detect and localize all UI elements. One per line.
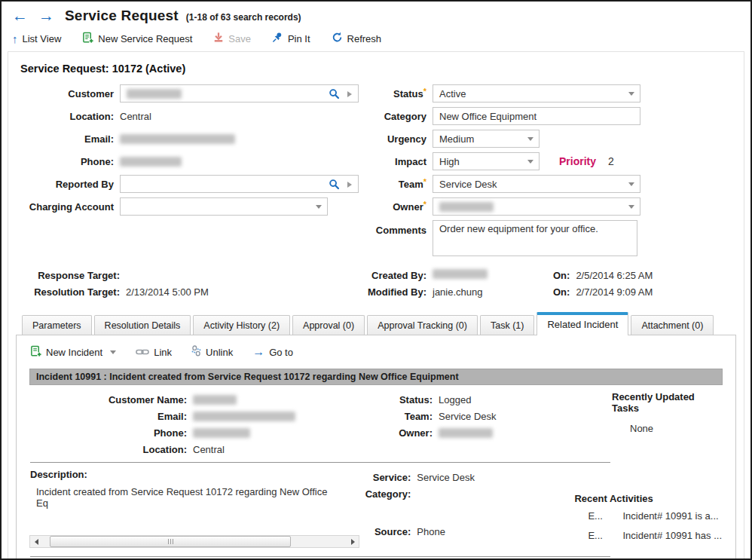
expand-arrow-icon[interactable] <box>347 91 352 97</box>
comments-value: Order new equipment for your office. <box>439 223 598 234</box>
new-service-request-button[interactable]: New Service Request <box>82 32 192 46</box>
priority-display: Priority 2 <box>559 155 614 167</box>
recently-updated-tasks: Recently Updated Tasks None <box>603 391 722 457</box>
save-button[interactable]: Save <box>213 32 251 45</box>
incident-customer-name-label: Customer Name: <box>30 394 187 405</box>
owner-label: Owner* <box>359 201 426 213</box>
service-column: Service: Service Desk Category: Source: … <box>340 469 565 543</box>
tab-parameters[interactable]: Parameters <box>22 315 92 335</box>
list-view-button[interactable]: ↑ List View <box>12 32 61 45</box>
priority-label: Priority <box>559 155 596 167</box>
impact-select[interactable]: High <box>433 152 540 170</box>
customer-value-redacted <box>127 89 182 99</box>
resolution-target-label: Resolution Target: <box>16 286 120 298</box>
chevron-down-icon <box>527 137 533 141</box>
category-input[interactable]: New Office Equipment <box>433 107 640 125</box>
email-label: Email: <box>16 133 114 145</box>
chevron-down-icon <box>628 205 634 209</box>
incident-location-value: Central <box>193 444 225 455</box>
search-icon[interactable] <box>329 179 340 192</box>
list-view-label: List View <box>23 33 62 44</box>
scrollbar-track[interactable] <box>42 536 347 547</box>
tab-related-incident[interactable]: Related Incident <box>536 312 628 335</box>
tab-bar: Parameters Resolution Details Activity H… <box>22 312 736 335</box>
activity-row[interactable]: E... Incident# 10991 has ... <box>574 530 722 543</box>
bottom-divider <box>30 556 610 557</box>
reported-by-input[interactable] <box>120 175 359 193</box>
comments-textarea[interactable]: Order new equipment for your office. <box>433 220 637 256</box>
pin-it-label: Pin It <box>288 33 310 44</box>
search-icon[interactable] <box>329 88 340 102</box>
category-label: Category <box>359 111 426 122</box>
tab-task[interactable]: Task (1) <box>480 315 534 335</box>
owner-select[interactable] <box>433 197 640 216</box>
incident-owner-label: Owner: <box>362 427 433 439</box>
chevron-down-icon <box>110 350 116 354</box>
related-incident-toolbar: New Incident Link <box>30 342 735 362</box>
incident-header-bar[interactable]: Incident 10991 : Incident created from S… <box>29 369 723 385</box>
incident-status-value: Logged <box>439 394 471 405</box>
team-select[interactable]: Service Desk <box>433 175 640 193</box>
phone-value-redacted <box>120 157 182 167</box>
incident-customer-name-redacted <box>193 395 237 405</box>
related-incident-panel: New Incident Link <box>16 335 736 558</box>
charging-account-select[interactable] <box>120 197 328 216</box>
incident-details: Customer Name: Email: Phone: Location: C… <box>30 391 722 457</box>
pin-it-button[interactable]: Pin It <box>272 32 310 45</box>
status-select[interactable]: Active <box>433 84 640 103</box>
email-value-redacted <box>120 134 235 144</box>
link-button[interactable]: Link <box>136 347 172 358</box>
tab-resolution-details[interactable]: Resolution Details <box>94 315 191 335</box>
unlink-button[interactable]: Unlink <box>191 345 233 359</box>
targets-left: Response Target: Resolution Target: 2/13… <box>16 267 359 300</box>
resolution-target-value: 2/13/2014 5:00 PM <box>126 286 209 298</box>
back-icon[interactable]: ← <box>12 8 28 23</box>
incident-phone-redacted <box>193 428 250 438</box>
customer-input[interactable] <box>120 84 359 103</box>
goto-arrow-icon: → <box>252 345 264 359</box>
urgency-select[interactable]: Medium <box>433 130 540 148</box>
tab-approval-tracking[interactable]: Approval Tracking (0) <box>367 315 478 335</box>
new-incident-button[interactable]: New Incident <box>30 345 116 360</box>
status-value: Active <box>439 88 466 99</box>
unlink-label: Unlink <box>206 347 233 358</box>
created-by-value <box>433 269 553 281</box>
scrollbar-thumb[interactable] <box>50 536 291 547</box>
incident-phone-label: Phone: <box>30 427 187 439</box>
forward-icon[interactable]: → <box>38 8 54 23</box>
save-label: Save <box>228 33 251 44</box>
up-arrow-icon: ↑ <box>12 32 18 45</box>
modified-on-value: 2/7/2014 9:09 AM <box>576 286 653 298</box>
goto-label: Go to <box>269 347 293 358</box>
incident-owner-redacted <box>439 428 493 438</box>
description-column: Description: Incident created from Servi… <box>30 469 340 543</box>
horizontal-scrollbar[interactable] <box>29 535 359 548</box>
incident-details-middle: Status: Logged Team: Service Desk Owner: <box>362 391 603 457</box>
tab-attachment[interactable]: Attachment (0) <box>631 315 714 335</box>
chevron-down-icon <box>527 160 533 164</box>
new-service-request-label: New Service Request <box>98 33 192 44</box>
goto-button[interactable]: → Go to <box>252 345 293 359</box>
modified-on-label: On: <box>553 286 570 298</box>
reported-by-label: Reported By <box>16 179 114 190</box>
audit-section: Created By: On: 2/5/2014 6:25 AM Modifie… <box>359 267 736 300</box>
activity-row[interactable]: E... Incident# 10991 is a... <box>574 510 722 524</box>
category-value: New Office Equipment <box>439 111 536 122</box>
scroll-left-icon[interactable] <box>30 536 42 547</box>
service-request-window: ← → Service Request (1-18 of 63 search r… <box>0 0 752 560</box>
recent-activities-header: Recent Activities <box>574 493 722 504</box>
recent-activities: Recent Activities E... Incident# 10991 i… <box>565 469 722 543</box>
pushpin-icon <box>272 32 283 45</box>
tab-activity-history[interactable]: Activity History (2) <box>193 315 290 335</box>
incident-email-redacted <box>193 412 295 421</box>
scroll-right-icon[interactable] <box>347 536 359 547</box>
modified-by-label: Modified By: <box>359 286 426 298</box>
urgency-label: Urgency <box>359 133 426 145</box>
tab-approval[interactable]: Approval (0) <box>292 315 365 335</box>
expand-arrow-icon[interactable] <box>347 182 352 188</box>
refresh-button[interactable]: Refresh <box>332 32 382 45</box>
priority-value: 2 <box>608 155 614 167</box>
incident-service-label: Service: <box>340 472 411 483</box>
incident-description-section: Description: Incident created from Servi… <box>30 469 722 543</box>
incident-service-value: Service Desk <box>417 472 475 483</box>
